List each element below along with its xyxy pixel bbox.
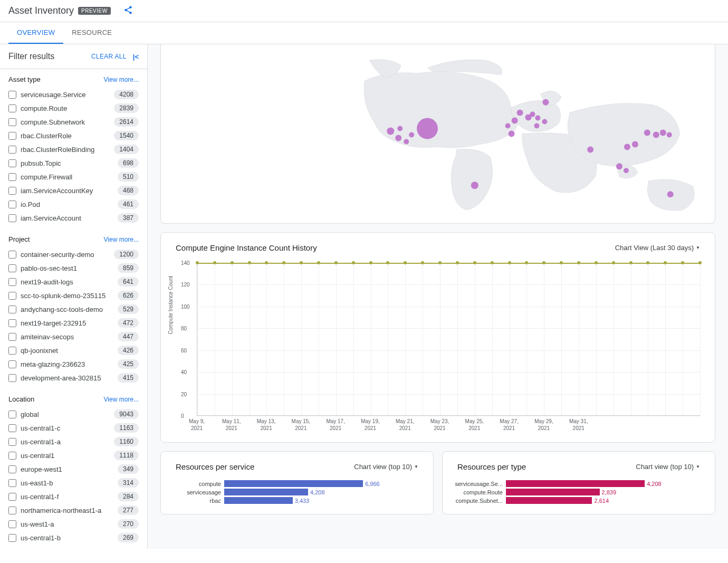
filter-checkbox[interactable] bbox=[8, 214, 16, 222]
data-point[interactable] bbox=[681, 261, 684, 264]
data-point[interactable] bbox=[213, 261, 216, 264]
map-bubble[interactable] bbox=[387, 128, 394, 135]
filter-checkbox[interactable] bbox=[8, 347, 16, 355]
resources-service-dropdown[interactable]: Chart view (top 10) bbox=[354, 463, 418, 471]
data-point[interactable] bbox=[352, 261, 355, 264]
map-bubble[interactable] bbox=[644, 130, 650, 136]
map-bubble[interactable] bbox=[624, 168, 629, 173]
filter-checkbox[interactable] bbox=[8, 173, 16, 181]
map-bubble[interactable] bbox=[535, 116, 540, 121]
filter-checkbox[interactable] bbox=[8, 360, 16, 368]
map-bubble[interactable] bbox=[530, 112, 535, 117]
map-bubble[interactable] bbox=[667, 191, 674, 197]
data-point[interactable] bbox=[473, 261, 476, 264]
data-point[interactable] bbox=[282, 261, 285, 264]
map-bubble[interactable] bbox=[632, 141, 638, 147]
data-point[interactable] bbox=[508, 261, 511, 264]
map-bubble[interactable] bbox=[534, 123, 539, 129]
filter-checkbox[interactable] bbox=[8, 374, 16, 382]
bar-fill[interactable] bbox=[224, 497, 293, 504]
data-point[interactable] bbox=[698, 261, 702, 264]
share-icon[interactable] bbox=[123, 5, 133, 16]
filter-checkbox[interactable] bbox=[8, 118, 16, 126]
data-point[interactable] bbox=[525, 261, 528, 264]
data-point[interactable] bbox=[386, 261, 389, 264]
map-bubble[interactable] bbox=[471, 182, 478, 189]
map-bubble[interactable] bbox=[624, 144, 630, 150]
map-bubble[interactable] bbox=[660, 130, 666, 136]
filter-checkbox[interactable] bbox=[8, 452, 16, 460]
map-bubble[interactable] bbox=[587, 146, 593, 152]
filter-checkbox[interactable] bbox=[8, 438, 16, 446]
map-bubble[interactable] bbox=[409, 132, 414, 138]
filter-checkbox[interactable] bbox=[8, 507, 16, 514]
filter-checkbox[interactable] bbox=[8, 201, 16, 208]
bar-fill[interactable] bbox=[506, 480, 645, 487]
filter-checkbox[interactable] bbox=[8, 306, 16, 313]
collapse-sidebar-icon[interactable]: |< bbox=[133, 53, 139, 61]
filter-checkbox[interactable] bbox=[8, 91, 16, 99]
resources-type-dropdown[interactable]: Chart view (top 10) bbox=[636, 463, 700, 471]
filter-checkbox[interactable] bbox=[8, 278, 16, 286]
data-point[interactable] bbox=[664, 261, 667, 264]
data-point[interactable] bbox=[560, 261, 563, 264]
filter-checkbox[interactable] bbox=[8, 264, 16, 272]
tab-overview[interactable]: OVERVIEW bbox=[8, 22, 63, 44]
bar-fill[interactable] bbox=[224, 480, 363, 487]
filter-checkbox[interactable] bbox=[8, 493, 16, 501]
data-point[interactable] bbox=[231, 261, 234, 264]
map-bubble[interactable] bbox=[653, 132, 659, 138]
data-point[interactable] bbox=[248, 261, 251, 264]
bar-fill[interactable] bbox=[506, 489, 600, 495]
filter-checkbox[interactable] bbox=[8, 424, 16, 432]
data-point[interactable] bbox=[456, 261, 459, 264]
filter-checkbox[interactable] bbox=[8, 520, 16, 528]
map-bubble[interactable] bbox=[512, 118, 518, 124]
data-point[interactable] bbox=[577, 261, 580, 264]
filter-checkbox[interactable] bbox=[8, 534, 16, 542]
data-point[interactable] bbox=[491, 261, 494, 264]
map-bubble[interactable] bbox=[509, 131, 515, 137]
data-point[interactable] bbox=[629, 261, 633, 264]
data-point[interactable] bbox=[300, 261, 303, 264]
data-point[interactable] bbox=[646, 261, 649, 264]
view-more-link[interactable]: View more... bbox=[104, 396, 139, 403]
data-point[interactable] bbox=[595, 261, 598, 264]
map-bubble[interactable] bbox=[417, 118, 438, 139]
filter-checkbox[interactable] bbox=[8, 104, 16, 112]
view-more-link[interactable]: View more... bbox=[104, 236, 139, 243]
data-point[interactable] bbox=[334, 261, 338, 264]
map-bubble[interactable] bbox=[395, 135, 401, 141]
map-bubble[interactable] bbox=[542, 99, 549, 106]
bar-fill[interactable] bbox=[506, 497, 592, 504]
filter-checkbox[interactable] bbox=[8, 132, 16, 140]
data-point[interactable] bbox=[612, 261, 615, 264]
data-point[interactable] bbox=[196, 261, 199, 264]
data-point[interactable] bbox=[317, 261, 320, 264]
map-bubble[interactable] bbox=[667, 132, 672, 138]
map-bubble[interactable] bbox=[505, 123, 511, 129]
filter-checkbox[interactable] bbox=[8, 251, 16, 259]
filter-checkbox[interactable] bbox=[8, 146, 16, 154]
map-bubble[interactable] bbox=[397, 126, 403, 131]
data-point[interactable] bbox=[369, 261, 372, 264]
map-bubble[interactable] bbox=[616, 163, 622, 169]
map-bubble[interactable] bbox=[542, 119, 547, 125]
map-bubble[interactable] bbox=[404, 139, 409, 144]
filter-checkbox[interactable] bbox=[8, 465, 16, 473]
filter-checkbox[interactable] bbox=[8, 292, 16, 300]
filter-checkbox[interactable] bbox=[8, 319, 16, 327]
data-point[interactable] bbox=[265, 261, 268, 264]
data-point[interactable] bbox=[421, 261, 424, 264]
tab-resource[interactable]: RESOURCE bbox=[63, 22, 120, 44]
filter-checkbox[interactable] bbox=[8, 159, 16, 167]
data-point[interactable] bbox=[542, 261, 545, 264]
filter-checkbox[interactable] bbox=[8, 187, 16, 195]
filter-checkbox[interactable] bbox=[8, 411, 16, 418]
map-bubble[interactable] bbox=[517, 110, 523, 116]
data-point[interactable] bbox=[404, 261, 407, 264]
filter-checkbox[interactable] bbox=[8, 479, 16, 487]
clear-all-button[interactable]: CLEAR ALL bbox=[91, 53, 127, 60]
view-more-link[interactable]: View more... bbox=[104, 76, 139, 83]
history-chart-dropdown[interactable]: Chart View (Last 30 days) bbox=[615, 244, 700, 252]
